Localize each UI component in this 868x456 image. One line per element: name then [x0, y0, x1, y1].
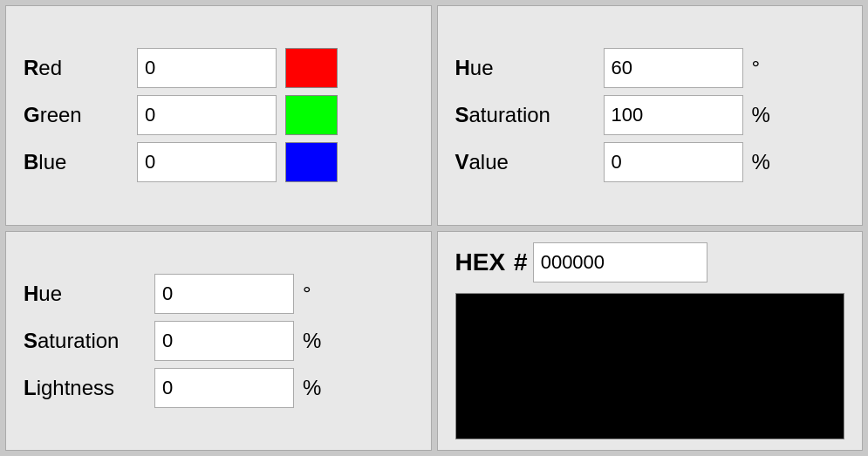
hsl-saturation-row: Saturation % — [24, 321, 413, 361]
green-label-bold: G — [24, 103, 40, 126]
hsl-hue-unit: ° — [303, 282, 324, 306]
hsl-sat-rest: aturation — [38, 329, 119, 352]
hsl-saturation-unit: % — [303, 329, 324, 353]
hsl-lightness-unit: % — [303, 376, 324, 400]
hsv-val-bold: V — [455, 150, 469, 174]
hsv-hue-label: Hue — [455, 56, 595, 80]
color-preview — [455, 293, 845, 440]
blue-row: Blue — [24, 142, 413, 182]
hsl-hue-label: Hue — [24, 282, 146, 306]
hex-row: HEX # — [455, 242, 845, 282]
hsl-lightness-row: Lightness % — [24, 368, 413, 408]
hsl-lightness-input[interactable] — [154, 368, 294, 408]
green-input[interactable] — [137, 95, 277, 135]
hsv-hue-row: Hue ° — [455, 48, 845, 88]
hex-panel: HEX # — [437, 231, 864, 452]
hsv-hue-bold: H — [455, 56, 470, 79]
red-row: Red — [24, 48, 413, 88]
red-label-rest: ed — [38, 56, 62, 79]
blue-label: Blue — [24, 150, 128, 174]
hsv-saturation-row: Saturation % — [455, 95, 845, 135]
hsv-value-label: Value — [455, 150, 595, 174]
hsv-sat-rest: aturation — [469, 103, 550, 126]
hex-label: HEX — [455, 248, 506, 276]
hsl-sat-bold: S — [24, 329, 38, 352]
red-swatch — [285, 48, 338, 88]
hsl-saturation-input[interactable] — [154, 321, 294, 361]
hsv-value-input[interactable] — [604, 142, 743, 182]
hex-input[interactable] — [533, 242, 707, 282]
hsv-hue-input[interactable] — [604, 48, 743, 88]
hsv-hue-unit: ° — [752, 56, 773, 80]
hsv-value-row: Value % — [455, 142, 845, 182]
hsl-saturation-label: Saturation — [24, 329, 146, 353]
blue-swatch — [285, 142, 338, 182]
hsl-panel: Hue ° Saturation % Lightness % — [5, 231, 432, 452]
hsl-hue-rest: ue — [38, 282, 62, 305]
green-swatch — [285, 95, 338, 135]
green-label-rest: reen — [40, 103, 82, 126]
hsv-value-unit: % — [752, 150, 773, 174]
hsv-val-rest: alue — [469, 150, 509, 174]
hsl-hue-row: Hue ° — [24, 274, 413, 314]
red-input[interactable] — [137, 48, 277, 88]
blue-input[interactable] — [137, 142, 277, 182]
red-label: Red — [24, 56, 128, 80]
hsl-hue-input[interactable] — [154, 274, 294, 314]
hsv-saturation-unit: % — [752, 103, 773, 127]
hsl-lightness-label: Lightness — [24, 376, 146, 400]
rgb-panel: Red Green Blue — [5, 5, 432, 226]
hsv-panel: Hue ° Saturation % Value % — [437, 5, 864, 226]
hsv-saturation-input[interactable] — [604, 95, 743, 135]
red-label-bold: R — [24, 56, 38, 79]
hsl-light-bold: L — [24, 376, 37, 399]
hsv-saturation-label: Saturation — [455, 103, 595, 127]
hsl-hue-bold: H — [24, 282, 38, 305]
hsv-sat-bold: S — [455, 103, 469, 126]
hex-hash: # — [514, 248, 528, 276]
hsl-light-rest: ightness — [37, 376, 114, 399]
blue-label-rest: lue — [38, 150, 66, 174]
green-row: Green — [24, 95, 413, 135]
green-label: Green — [24, 103, 128, 127]
blue-label-bold: B — [24, 150, 38, 174]
hsv-hue-rest: ue — [470, 56, 494, 79]
